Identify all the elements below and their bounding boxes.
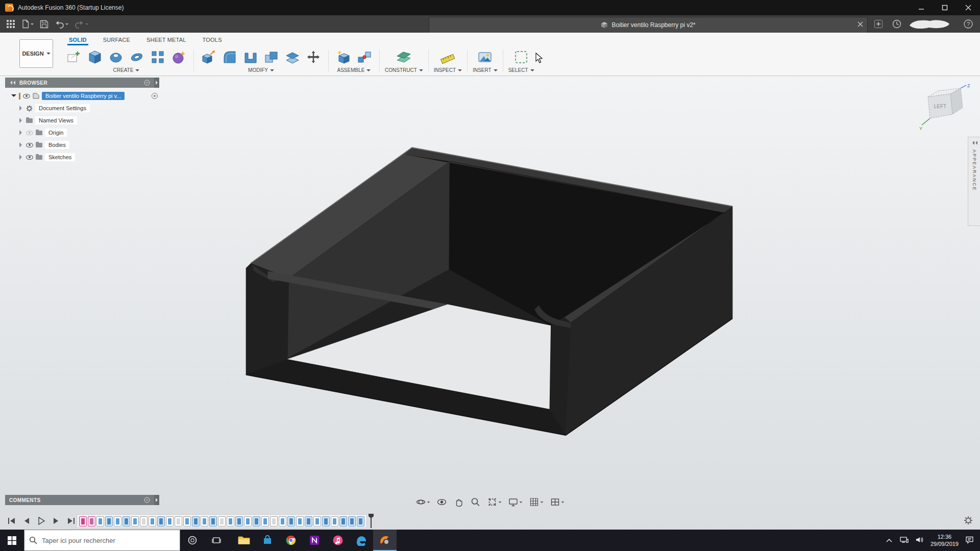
assemble-group-dropdown[interactable]: ASSEMBLE xyxy=(337,67,371,73)
timeline-marker-construct[interactable] xyxy=(218,516,226,527)
new-document-tab-button[interactable] xyxy=(872,17,885,31)
inspect-group-dropdown[interactable]: INSPECT xyxy=(434,67,462,73)
timeline-play-button[interactable] xyxy=(36,515,47,527)
extrude-icon[interactable] xyxy=(85,47,105,67)
browser-root-label[interactable]: Boitier ventilo Raspberry pi v... xyxy=(42,92,125,100)
timeline-marker-sketch[interactable] xyxy=(96,516,104,527)
3d-model[interactable] xyxy=(244,144,738,437)
timeline-marker-feature[interactable] xyxy=(253,516,260,527)
tray-action-center[interactable] xyxy=(965,536,974,545)
collapse-browser-icon[interactable] xyxy=(9,81,15,85)
browser-item-named-views[interactable]: Named Views xyxy=(5,114,158,127)
maximize-button[interactable] xyxy=(933,0,957,15)
tab-tools[interactable]: TOOLS xyxy=(201,37,224,45)
timeline-marker-sketch[interactable] xyxy=(313,516,321,527)
file-menu-button[interactable] xyxy=(20,17,35,31)
timeline-marker-sketch[interactable] xyxy=(244,516,252,527)
workspace-switcher[interactable]: DESIGN xyxy=(19,39,53,68)
fillet-icon[interactable] xyxy=(220,47,239,67)
app-fusion360[interactable] xyxy=(373,530,397,551)
new-component-icon[interactable] xyxy=(334,47,353,67)
browser-minimize-icon[interactable] xyxy=(144,80,150,86)
timeline-marker-construct[interactable] xyxy=(175,516,182,527)
undo-button[interactable] xyxy=(54,17,69,31)
start-button[interactable] xyxy=(0,530,24,551)
cortana-button[interactable] xyxy=(180,530,204,551)
construct-group-dropdown[interactable]: CONSTRUCT xyxy=(385,67,423,73)
create-group-dropdown[interactable]: CREATE xyxy=(113,67,140,73)
browser-item-document-settings[interactable]: Document Settings xyxy=(5,102,158,114)
appearance-panel-tab[interactable]: APPEARANCE xyxy=(968,137,980,226)
timeline-marker-sketch[interactable] xyxy=(331,516,338,527)
revolve-icon[interactable] xyxy=(106,47,126,67)
timeline-marker-feature[interactable] xyxy=(105,516,113,527)
comments-minimize-icon[interactable] xyxy=(144,497,150,503)
timeline-marker-construct[interactable] xyxy=(270,516,278,527)
search-input[interactable] xyxy=(24,530,180,550)
visibility-eye-icon[interactable] xyxy=(23,94,30,98)
shell-icon[interactable] xyxy=(241,47,260,67)
document-tab[interactable]: Boitier ventilo Raspberry pi v2* xyxy=(429,17,868,33)
app-store[interactable] xyxy=(256,530,279,551)
insert-canvas-icon[interactable] xyxy=(475,47,495,67)
select-group-dropdown[interactable]: SELECT xyxy=(508,67,534,73)
activate-component-radio[interactable] xyxy=(151,92,158,99)
timeline-settings-gear[interactable] xyxy=(964,516,973,527)
timeline-go-to-start-button[interactable] xyxy=(6,515,17,527)
tray-show-hidden-icons[interactable] xyxy=(886,537,893,544)
minimize-button[interactable] xyxy=(910,0,933,15)
pan-button[interactable] xyxy=(453,496,465,508)
viewport-canvas[interactable]: BROWSER Boitier ventilo Raspberry pi v..… xyxy=(0,76,980,530)
timeline-marker-sketch[interactable] xyxy=(279,516,286,527)
timeline-marker-feature[interactable] xyxy=(357,516,364,527)
app-onenote[interactable] xyxy=(303,530,326,551)
grid-snaps-button[interactable] xyxy=(528,496,545,508)
fit-button[interactable] xyxy=(486,496,503,508)
timeline-step-back-button[interactable] xyxy=(21,515,32,527)
collapsed-arrow-icon[interactable] xyxy=(19,142,24,147)
app-file-explorer[interactable] xyxy=(232,530,256,551)
collapse-appearance-icon[interactable] xyxy=(971,141,977,145)
timeline-track[interactable] xyxy=(77,514,367,528)
app-edge[interactable] xyxy=(350,530,373,551)
timeline-marker-feature[interactable] xyxy=(192,516,200,527)
tab-surface[interactable]: SURFACE xyxy=(102,37,132,45)
look-at-button[interactable] xyxy=(436,496,448,508)
timeline-marker-sketch[interactable] xyxy=(201,516,208,527)
browser-item-sketches[interactable]: Sketches xyxy=(5,151,158,163)
timeline-marker-sketch[interactable] xyxy=(227,516,234,527)
timeline-playhead[interactable] xyxy=(371,514,372,528)
joint-icon[interactable] xyxy=(355,47,374,67)
tab-solid[interactable]: SOLID xyxy=(67,37,88,45)
task-view-button[interactable] xyxy=(204,530,228,551)
visibility-eye-off-icon[interactable] xyxy=(26,131,33,135)
visibility-eye-icon[interactable] xyxy=(26,155,33,160)
modify-group-dropdown[interactable]: MODIFY xyxy=(248,67,274,73)
item-label[interactable]: Origin xyxy=(45,129,67,137)
tray-network-icon[interactable] xyxy=(899,536,909,545)
timeline-marker-sketch[interactable] xyxy=(114,516,121,527)
timeline-marker-feature[interactable] xyxy=(235,516,243,527)
timeline-marker-feature[interactable] xyxy=(209,516,217,527)
taskbar-search-box[interactable] xyxy=(24,530,180,551)
app-itunes[interactable] xyxy=(326,530,350,551)
browser-item-origin[interactable]: Origin xyxy=(5,127,158,139)
insert-group-dropdown[interactable]: INSERT xyxy=(473,67,498,73)
user-avatar-redacted[interactable] xyxy=(908,17,951,31)
timeline-marker-sketch[interactable] xyxy=(296,516,304,527)
timeline-marker-sketch[interactable] xyxy=(131,516,139,527)
sweep-icon[interactable] xyxy=(127,47,146,67)
measure-icon[interactable] xyxy=(438,47,457,67)
close-button[interactable] xyxy=(957,0,980,15)
viewports-button[interactable] xyxy=(549,496,566,508)
comments-grip[interactable] xyxy=(154,495,159,505)
timeline-marker-feature[interactable] xyxy=(157,516,165,527)
timeline-marker-feature[interactable] xyxy=(348,516,356,527)
timeline-marker-feature[interactable] xyxy=(339,516,347,527)
timeline-marker-feature[interactable] xyxy=(305,516,312,527)
item-label[interactable]: Named Views xyxy=(35,116,77,124)
timeline-marker-sketch-selected[interactable] xyxy=(79,516,87,527)
create-form-icon[interactable] xyxy=(169,47,188,67)
browser-header[interactable]: BROWSER xyxy=(5,78,154,88)
tray-clock[interactable]: 12:36 29/09/2019 xyxy=(930,533,959,548)
